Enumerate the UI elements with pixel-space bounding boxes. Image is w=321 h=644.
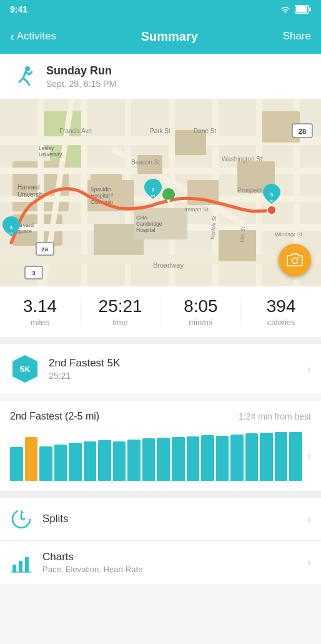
status-time: 9:41 [10,4,27,14]
bar-13 [201,435,214,481]
bar-16 [245,433,259,481]
svg-point-71 [267,206,276,214]
map-container: 28 3 2A Park St Dane St Washington St Be… [0,99,321,286]
stat-time: 25:21 time [81,298,161,327]
run-icon [12,64,36,88]
svg-text:Windsor St: Windsor St [275,231,303,238]
stat-calories: 394 calories [241,298,321,327]
svg-text:University: University [39,151,62,158]
svg-text:▼: ▼ [165,198,172,204]
share-button[interactable]: Share [283,30,311,43]
svg-text:3: 3 [270,192,274,198]
charts-title: Charts [42,551,297,563]
bar-4 [69,443,82,481]
charts-row[interactable]: Charts Pace, Elevation, Heart Rate › [0,540,321,584]
bar-8 [127,440,141,481]
charts-icon-container [10,551,32,574]
charts-info: Charts Pace, Elevation, Heart Rate [42,551,297,574]
svg-text:Beacon St: Beacon St [131,159,160,166]
splits-icon [11,508,32,530]
stat-calories-value: 394 [241,298,321,315]
svg-text:mi: mi [151,194,155,198]
battery-icon [295,5,311,14]
bar-19 [289,432,302,481]
svg-rect-74 [298,257,300,258]
bar-17 [260,433,273,481]
svg-text:Spauldin: Spauldin [91,186,111,193]
chart-chevron-icon: › [302,450,311,463]
nav-bar: ‹ Activites Summary Share [0,19,321,54]
splits-icon-container [10,508,32,530]
camera-button[interactable] [279,244,311,276]
bar-9 [142,438,156,481]
svg-text:28: 28 [299,128,306,135]
pr-time: 25:21 [49,371,299,381]
pr-row[interactable]: 5K 2nd Fastest 5K 25:21 › [0,344,321,395]
back-button[interactable]: ‹ Activites [10,29,56,44]
run-icon-container [10,63,37,90]
bar-chart-container [10,431,302,481]
svg-text:CHA: CHA [136,214,147,221]
charts-subtitle: Pace, Elevation, Heart Rate [42,565,297,574]
stats-row: 3.14 miles 25:21 time 8:05 min/mi 394 ca… [0,286,321,338]
svg-rect-78 [12,565,16,572]
best-pace-title: 2nd Fastest (2-5 mi) [10,411,99,422]
svg-text:Washington St: Washington St [222,156,262,163]
bar-5 [84,441,97,481]
map-svg: 28 3 2A Park St Dane St Washington St Be… [0,99,321,286]
svg-rect-33 [219,230,256,261]
svg-text:5K: 5K [20,365,31,374]
divider-1 [0,338,321,344]
status-bar: 9:41 [0,0,321,19]
svg-text:2A: 2A [41,246,49,253]
activity-title: Sunday Run [46,64,116,78]
stat-calories-label: calories [241,318,321,327]
svg-rect-80 [25,557,29,572]
activity-info: Sunday Run Sept. 29, 6:15 PM [46,64,116,89]
bar-3 [54,445,67,481]
chart-wrapper[interactable]: › [10,431,311,481]
divider-2 [0,491,321,497]
svg-rect-2 [309,8,311,11]
stat-miles-value: 3.14 [0,298,80,315]
charts-icon [11,552,32,573]
chevron-left-icon: ‹ [10,29,14,44]
splits-info: Splits [42,513,297,525]
best-pace-section: 2nd Fastest (2-5 mi) 1:24 min from best … [0,401,321,491]
splits-row[interactable]: Splits › [0,497,321,540]
stat-pace-label: min/mi [161,318,241,327]
badge-5k-icon: 5K [10,354,40,384]
splits-title: Splits [42,513,297,525]
camera-icon [286,251,304,269]
stat-pace: 8:05 min/mi [161,298,242,327]
pr-chevron-icon: › [307,363,311,376]
activity-header: Sunday Run Sept. 29, 6:15 PM [0,54,321,99]
bar-14 [216,436,229,481]
svg-text:Hospital: Hospital [136,227,156,233]
bar-12 [187,436,200,481]
badge-5k: 5K [10,354,40,384]
best-pace-from-best: 1:24 min from best [239,411,311,421]
svg-rect-3 [296,6,307,13]
bar-2 [39,446,52,481]
bar-6 [98,440,111,481]
best-pace-header: 2nd Fastest (2-5 mi) 1:24 min from best [10,411,311,422]
svg-text:Cambridge: Cambridge [136,221,162,227]
svg-text:2: 2 [152,187,155,193]
bar-11 [172,437,185,481]
svg-text:Dane St: Dane St [194,128,216,134]
bar-15 [230,435,244,481]
svg-point-4 [25,66,30,71]
nav-title: Summary [141,29,198,44]
pr-title: 2nd Fastest 5K [49,357,299,370]
svg-text:Harvard: Harvard [17,184,40,191]
stat-miles-label: miles [0,318,80,327]
svg-text:Park St: Park St [150,128,170,134]
bar-chart [10,431,302,481]
stat-time-value: 25:21 [81,298,160,315]
activity-date: Sept. 29, 6:15 PM [46,79,116,89]
svg-text:Broadway: Broadway [153,261,184,269]
stat-pace-value: 8:05 [161,298,241,315]
stat-miles: 3.14 miles [0,298,81,327]
charts-chevron-icon: › [307,556,311,569]
